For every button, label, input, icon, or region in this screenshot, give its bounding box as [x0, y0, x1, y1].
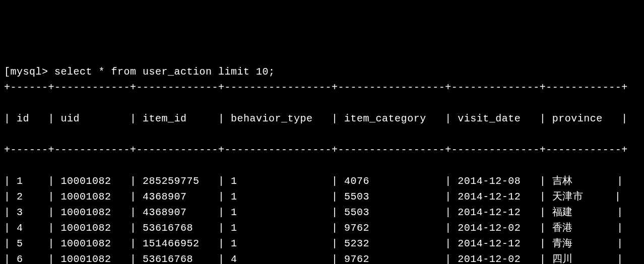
terminal-output: [mysql> select * from user_action limit … — [4, 64, 640, 264]
prompt-bracket-open: [ — [4, 66, 11, 78]
table-header-row: | id | uid | item_id | behavior_type | i… — [4, 111, 640, 126]
mysql-prompt: mysql> — [11, 66, 48, 78]
table-border-mid: +------+------------+-------------+-----… — [4, 142, 640, 158]
sql-query[interactable]: select * from user_action limit 10; — [54, 66, 275, 78]
table-body: | 1 | 10001082 | 285259775 | 1 | 4076 | … — [4, 173, 640, 264]
table-border-top: +------+------------+-------------+-----… — [4, 80, 640, 95]
